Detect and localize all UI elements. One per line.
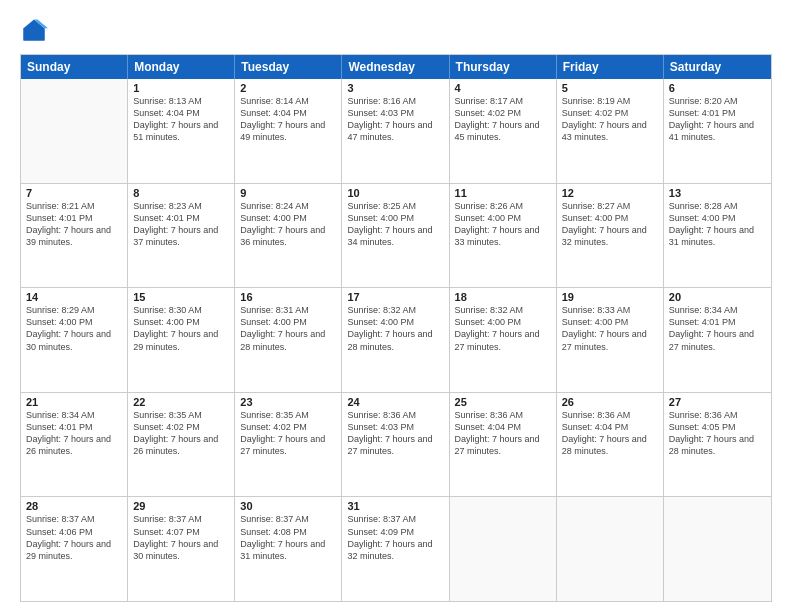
cell-info-line: Sunset: 4:00 PM bbox=[26, 316, 122, 328]
cell-info-line: Daylight: 7 hours and 36 minutes. bbox=[240, 224, 336, 248]
calendar-container: SundayMondayTuesdayWednesdayThursdayFrid… bbox=[0, 0, 792, 612]
calendar-cell-2-2: 16Sunrise: 8:31 AMSunset: 4:00 PMDayligh… bbox=[235, 288, 342, 392]
cell-info-line: Sunrise: 8:24 AM bbox=[240, 200, 336, 212]
cell-info-line: Daylight: 7 hours and 28 minutes. bbox=[240, 328, 336, 352]
cell-info-line: Sunrise: 8:23 AM bbox=[133, 200, 229, 212]
cell-info-line: Daylight: 7 hours and 28 minutes. bbox=[669, 433, 766, 457]
day-number: 25 bbox=[455, 396, 551, 408]
day-number: 3 bbox=[347, 82, 443, 94]
cell-info-line: Sunset: 4:08 PM bbox=[240, 526, 336, 538]
cell-info-line: Daylight: 7 hours and 33 minutes. bbox=[455, 224, 551, 248]
cell-info-line: Sunset: 4:05 PM bbox=[669, 421, 766, 433]
cell-info-line: Sunset: 4:00 PM bbox=[562, 212, 658, 224]
cell-info-line: Daylight: 7 hours and 27 minutes. bbox=[455, 433, 551, 457]
cell-info-line: Daylight: 7 hours and 28 minutes. bbox=[347, 328, 443, 352]
day-number: 7 bbox=[26, 187, 122, 199]
cell-info-line: Sunset: 4:01 PM bbox=[133, 212, 229, 224]
cell-info-line: Sunrise: 8:36 AM bbox=[455, 409, 551, 421]
day-header-friday: Friday bbox=[557, 55, 664, 79]
calendar-cell-1-0: 7Sunrise: 8:21 AMSunset: 4:01 PMDaylight… bbox=[21, 184, 128, 288]
cell-info-line: Sunrise: 8:34 AM bbox=[669, 304, 766, 316]
calendar-cell-0-2: 2Sunrise: 8:14 AMSunset: 4:04 PMDaylight… bbox=[235, 79, 342, 183]
cell-info-line: Daylight: 7 hours and 31 minutes. bbox=[669, 224, 766, 248]
calendar: SundayMondayTuesdayWednesdayThursdayFrid… bbox=[20, 54, 772, 602]
cell-info-line: Sunrise: 8:21 AM bbox=[26, 200, 122, 212]
cell-info-line: Sunrise: 8:36 AM bbox=[347, 409, 443, 421]
calendar-row-4: 28Sunrise: 8:37 AMSunset: 4:06 PMDayligh… bbox=[21, 497, 771, 601]
cell-info-line: Sunset: 4:02 PM bbox=[455, 107, 551, 119]
day-number: 13 bbox=[669, 187, 766, 199]
cell-info-line: Sunrise: 8:19 AM bbox=[562, 95, 658, 107]
day-number: 24 bbox=[347, 396, 443, 408]
calendar-cell-2-6: 20Sunrise: 8:34 AMSunset: 4:01 PMDayligh… bbox=[664, 288, 771, 392]
cell-info-line: Sunset: 4:03 PM bbox=[347, 421, 443, 433]
day-number: 26 bbox=[562, 396, 658, 408]
cell-info-line: Sunset: 4:00 PM bbox=[669, 212, 766, 224]
calendar-cell-4-6 bbox=[664, 497, 771, 601]
cell-info-line: Sunset: 4:00 PM bbox=[133, 316, 229, 328]
logo-icon bbox=[20, 16, 48, 44]
day-header-wednesday: Wednesday bbox=[342, 55, 449, 79]
calendar-cell-1-6: 13Sunrise: 8:28 AMSunset: 4:00 PMDayligh… bbox=[664, 184, 771, 288]
calendar-cell-3-6: 27Sunrise: 8:36 AMSunset: 4:05 PMDayligh… bbox=[664, 393, 771, 497]
cell-info-line: Sunrise: 8:33 AM bbox=[562, 304, 658, 316]
cell-info-line: Sunrise: 8:14 AM bbox=[240, 95, 336, 107]
cell-info-line: Sunset: 4:00 PM bbox=[562, 316, 658, 328]
cell-info-line: Sunrise: 8:32 AM bbox=[455, 304, 551, 316]
cell-info-line: Daylight: 7 hours and 29 minutes. bbox=[26, 538, 122, 562]
cell-info-line: Sunset: 4:04 PM bbox=[455, 421, 551, 433]
cell-info-line: Sunset: 4:00 PM bbox=[455, 212, 551, 224]
cell-info-line: Sunset: 4:07 PM bbox=[133, 526, 229, 538]
cell-info-line: Sunset: 4:06 PM bbox=[26, 526, 122, 538]
calendar-row-0: 1Sunrise: 8:13 AMSunset: 4:04 PMDaylight… bbox=[21, 79, 771, 184]
calendar-cell-3-0: 21Sunrise: 8:34 AMSunset: 4:01 PMDayligh… bbox=[21, 393, 128, 497]
cell-info-line: Sunrise: 8:13 AM bbox=[133, 95, 229, 107]
calendar-cell-4-2: 30Sunrise: 8:37 AMSunset: 4:08 PMDayligh… bbox=[235, 497, 342, 601]
calendar-cell-2-0: 14Sunrise: 8:29 AMSunset: 4:00 PMDayligh… bbox=[21, 288, 128, 392]
cell-info-line: Sunrise: 8:36 AM bbox=[669, 409, 766, 421]
day-header-sunday: Sunday bbox=[21, 55, 128, 79]
day-number: 1 bbox=[133, 82, 229, 94]
cell-info-line: Daylight: 7 hours and 45 minutes. bbox=[455, 119, 551, 143]
calendar-row-3: 21Sunrise: 8:34 AMSunset: 4:01 PMDayligh… bbox=[21, 393, 771, 498]
day-number: 31 bbox=[347, 500, 443, 512]
day-header-thursday: Thursday bbox=[450, 55, 557, 79]
cell-info-line: Sunset: 4:00 PM bbox=[347, 316, 443, 328]
calendar-cell-3-5: 26Sunrise: 8:36 AMSunset: 4:04 PMDayligh… bbox=[557, 393, 664, 497]
cell-info-line: Daylight: 7 hours and 27 minutes. bbox=[455, 328, 551, 352]
cell-info-line: Sunset: 4:03 PM bbox=[347, 107, 443, 119]
cell-info-line: Sunrise: 8:36 AM bbox=[562, 409, 658, 421]
calendar-cell-4-4 bbox=[450, 497, 557, 601]
calendar-cell-0-3: 3Sunrise: 8:16 AMSunset: 4:03 PMDaylight… bbox=[342, 79, 449, 183]
calendar-cell-0-4: 4Sunrise: 8:17 AMSunset: 4:02 PMDaylight… bbox=[450, 79, 557, 183]
cell-info-line: Sunrise: 8:17 AM bbox=[455, 95, 551, 107]
calendar-cell-4-3: 31Sunrise: 8:37 AMSunset: 4:09 PMDayligh… bbox=[342, 497, 449, 601]
calendar-cell-1-2: 9Sunrise: 8:24 AMSunset: 4:00 PMDaylight… bbox=[235, 184, 342, 288]
calendar-row-1: 7Sunrise: 8:21 AMSunset: 4:01 PMDaylight… bbox=[21, 184, 771, 289]
cell-info-line: Sunset: 4:01 PM bbox=[669, 316, 766, 328]
page-header bbox=[20, 16, 772, 44]
calendar-cell-0-5: 5Sunrise: 8:19 AMSunset: 4:02 PMDaylight… bbox=[557, 79, 664, 183]
day-number: 18 bbox=[455, 291, 551, 303]
day-number: 10 bbox=[347, 187, 443, 199]
cell-info-line: Daylight: 7 hours and 27 minutes. bbox=[240, 433, 336, 457]
cell-info-line: Sunset: 4:00 PM bbox=[240, 212, 336, 224]
cell-info-line: Sunset: 4:01 PM bbox=[26, 212, 122, 224]
day-number: 8 bbox=[133, 187, 229, 199]
calendar-cell-3-4: 25Sunrise: 8:36 AMSunset: 4:04 PMDayligh… bbox=[450, 393, 557, 497]
calendar-cell-1-3: 10Sunrise: 8:25 AMSunset: 4:00 PMDayligh… bbox=[342, 184, 449, 288]
day-number: 14 bbox=[26, 291, 122, 303]
day-number: 15 bbox=[133, 291, 229, 303]
cell-info-line: Sunset: 4:04 PM bbox=[133, 107, 229, 119]
calendar-body: 1Sunrise: 8:13 AMSunset: 4:04 PMDaylight… bbox=[21, 79, 771, 601]
cell-info-line: Daylight: 7 hours and 49 minutes. bbox=[240, 119, 336, 143]
cell-info-line: Sunrise: 8:37 AM bbox=[347, 513, 443, 525]
day-number: 4 bbox=[455, 82, 551, 94]
calendar-cell-4-5 bbox=[557, 497, 664, 601]
cell-info-line: Sunrise: 8:35 AM bbox=[240, 409, 336, 421]
calendar-cell-1-1: 8Sunrise: 8:23 AMSunset: 4:01 PMDaylight… bbox=[128, 184, 235, 288]
cell-info-line: Daylight: 7 hours and 51 minutes. bbox=[133, 119, 229, 143]
cell-info-line: Daylight: 7 hours and 31 minutes. bbox=[240, 538, 336, 562]
cell-info-line: Daylight: 7 hours and 41 minutes. bbox=[669, 119, 766, 143]
day-number: 27 bbox=[669, 396, 766, 408]
